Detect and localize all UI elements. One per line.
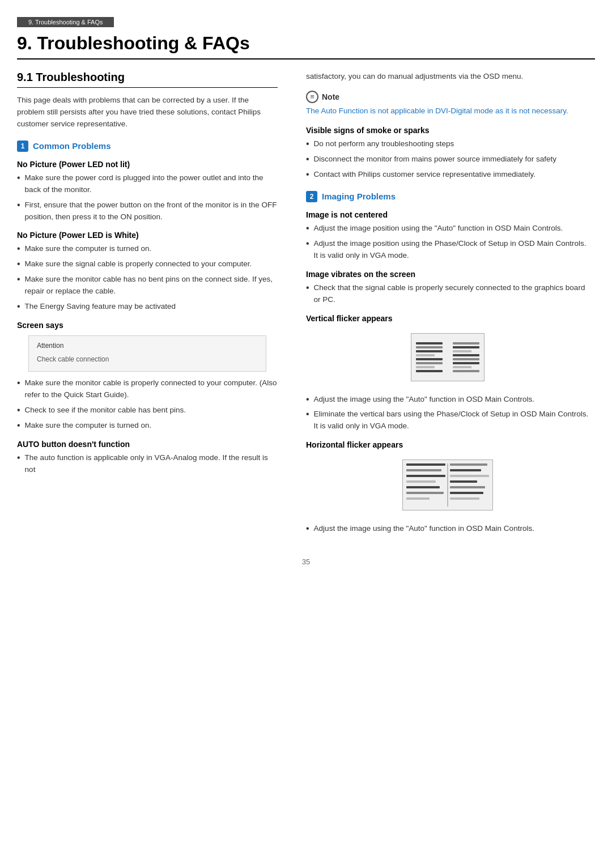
note-header: ≡ Note bbox=[306, 91, 589, 103]
screen-says-body: Check cable connection bbox=[37, 355, 258, 363]
image-vibrates-heading: Image vibrates on the screen bbox=[306, 270, 589, 279]
main-heading: 9. Troubleshooting & FAQs bbox=[17, 33, 595, 59]
horizontal-flicker-list: Adjust the image using the "Auto" functi… bbox=[306, 523, 589, 535]
screen-says-box: Attention Check cable connection bbox=[28, 335, 266, 372]
page-number: 35 bbox=[0, 558, 612, 566]
horizontal-flicker-image bbox=[402, 459, 493, 510]
no-picture-led-not-lit-heading: No Picture (Power LED not lit) bbox=[17, 160, 278, 169]
screen-says-heading: Screen says bbox=[17, 321, 278, 330]
screen-says-list: Make sure the monitor cable is properly … bbox=[17, 377, 278, 432]
vertical-flicker-heading: Vertical flicker appears bbox=[306, 314, 589, 323]
right-column: satisfactory, you can do manual adjustme… bbox=[295, 71, 589, 541]
list-item: Make sure the monitor cable has no bent … bbox=[17, 274, 278, 297]
vertical-flicker-list: Adjust the image using the "Auto" functi… bbox=[306, 394, 589, 433]
list-item: Check that the signal cable is properly … bbox=[306, 282, 589, 306]
left-column: 9.1 Troubleshooting This page deals with… bbox=[17, 71, 295, 541]
list-item: Eliminate the vertical bars using the Ph… bbox=[306, 409, 589, 432]
list-item: Adjust the image position using the Phas… bbox=[306, 238, 589, 262]
list-item: First, ensure that the power button on t… bbox=[17, 199, 278, 223]
list-item: Make sure the power cord is plugged into… bbox=[17, 172, 278, 196]
image-not-centered-list: Adjust the image position using the "Aut… bbox=[306, 223, 589, 262]
imaging-problems-badge: 2 bbox=[306, 191, 317, 202]
note-box: ≡ Note The Auto Function is not applicab… bbox=[306, 91, 589, 117]
common-problems-section: 1 Common Problems bbox=[17, 141, 278, 152]
note-label: Note bbox=[322, 92, 339, 101]
list-item: Make sure the computer is turned on. bbox=[17, 420, 278, 432]
list-item: Do not perform any troubleshooting steps bbox=[306, 138, 589, 150]
image-not-centered-heading: Image is not centered bbox=[306, 210, 589, 219]
section-91-heading: 9.1 Troubleshooting bbox=[17, 71, 278, 88]
no-picture-led-white-list: Make sure the computer is turned on. Mak… bbox=[17, 243, 278, 313]
breadcrumb: 9. Troubleshooting & FAQs bbox=[17, 17, 114, 27]
auto-button-heading: AUTO button doesn't function bbox=[17, 440, 278, 449]
horizontal-flicker-heading: Horizontal flicker appears bbox=[306, 440, 589, 449]
list-item: Adjust the image using the "Auto" functi… bbox=[306, 394, 589, 406]
no-picture-led-not-lit-list: Make sure the power cord is plugged into… bbox=[17, 172, 278, 223]
list-item: Make sure the monitor cable is properly … bbox=[17, 377, 278, 401]
imaging-problems-section: 2 Imaging Problems bbox=[306, 191, 589, 202]
visible-signs-list: Do not perform any troubleshooting steps… bbox=[306, 138, 589, 181]
auto-button-list: The auto function is applicable only in … bbox=[17, 452, 278, 476]
list-item: Make sure the signal cable is properly c… bbox=[17, 258, 278, 270]
list-item: The auto function is applicable only in … bbox=[17, 452, 278, 476]
col-right-top-text: satisfactory, you can do manual adjustme… bbox=[306, 71, 589, 83]
list-item: Disconnect the monitor from mains power … bbox=[306, 154, 589, 165]
common-problems-badge: 1 bbox=[17, 141, 28, 152]
note-text: The Auto Function is not applicable in D… bbox=[306, 105, 589, 117]
imaging-problems-label: Imaging Problems bbox=[322, 192, 396, 201]
image-vibrates-list: Check that the signal cable is properly … bbox=[306, 282, 589, 306]
common-problems-label: Common Problems bbox=[33, 141, 111, 151]
screen-says-title: Attention bbox=[37, 342, 258, 350]
list-item: Make sure the computer is turned on. bbox=[17, 243, 278, 255]
visible-signs-heading: Visible signs of smoke or sparks bbox=[306, 126, 589, 135]
list-item: Contact with Philips customer service re… bbox=[306, 169, 589, 181]
list-item: Check to see if the monitor cable has be… bbox=[17, 405, 278, 416]
note-icon: ≡ bbox=[306, 91, 318, 103]
vertical-flicker-image bbox=[411, 333, 484, 381]
list-item: Adjust the image position using the "Aut… bbox=[306, 223, 589, 235]
no-picture-led-white-heading: No Picture (Power LED is White) bbox=[17, 231, 278, 240]
page: 9. Troubleshooting & FAQs 9. Troubleshoo… bbox=[0, 0, 612, 868]
intro-text: This page deals with problems that can b… bbox=[17, 95, 278, 130]
list-item: Adjust the image using the "Auto" functi… bbox=[306, 523, 589, 535]
list-item: The Energy Saving feature may be activat… bbox=[17, 301, 278, 313]
